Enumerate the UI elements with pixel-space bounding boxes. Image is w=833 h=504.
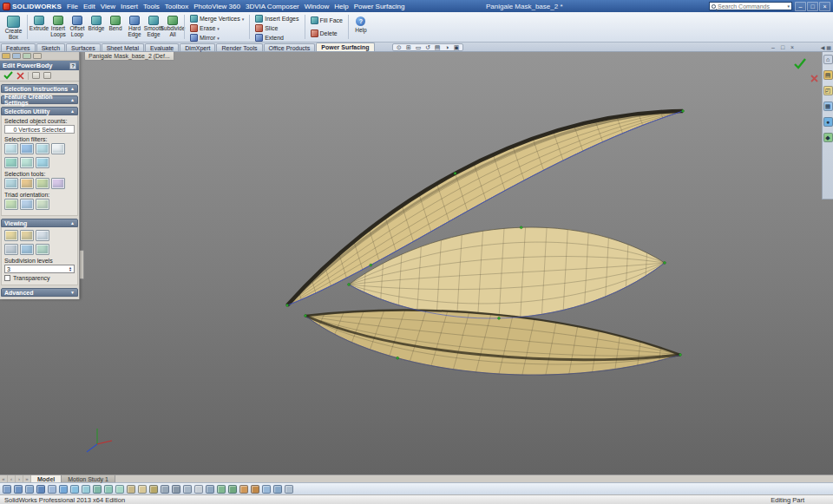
selection-filter-icon[interactable] [36, 143, 49, 154]
ribbon-button[interactable]: Offset Loop [68, 13, 87, 41]
command-tab[interactable]: Office Products [264, 43, 316, 51]
filter-toolbar-icon[interactable] [14, 485, 23, 494]
selection-filter-icon[interactable] [51, 143, 65, 154]
ribbon-menu-button[interactable]: Erase ▾ [188, 23, 246, 33]
selection-filter-icon[interactable] [20, 143, 34, 154]
ribbon-menu-button[interactable]: Insert Edges [253, 14, 300, 23]
command-tab[interactable]: Sheet Metal [102, 43, 144, 51]
dropdown-chevron-icon[interactable]: ▾ [242, 16, 245, 22]
spinner-arrows-icon[interactable]: ▲▼ [69, 266, 72, 272]
tab-nav-arrow-icon[interactable]: » [23, 475, 31, 482]
document-tab[interactable]: Panigale Mask_base_2 (Def... [84, 52, 174, 61]
section-feature-creation-settings[interactable]: Feature Creation Settings ▲ [1, 95, 78, 104]
filter-toolbar-icon[interactable] [115, 485, 124, 494]
filter-toolbar-icon[interactable] [183, 485, 192, 494]
selection-tool-icon[interactable] [51, 178, 65, 189]
search-input[interactable] [718, 3, 785, 10]
triad-orientation-icon[interactable] [20, 199, 34, 210]
tab-nav-arrow-icon[interactable]: ‹ [8, 475, 16, 482]
dropdown-chevron-icon[interactable]: ▾ [217, 26, 220, 31]
menu-item[interactable]: 3DVIA Composer [243, 3, 302, 10]
filter-toolbar-icon[interactable] [285, 485, 293, 494]
confirm-cancel-button[interactable] [810, 71, 819, 87]
graphics-area[interactable]: Panigale Mask_base_2 (Def... ⌂▤◰▦●◆ Edit… [0, 52, 833, 475]
task-pane-tab-icon[interactable]: ● [823, 117, 833, 127]
panigale-mask-3d-model[interactable] [0, 52, 833, 475]
property-manager-tab-icon[interactable] [23, 53, 31, 59]
filter-toolbar-icon[interactable] [70, 485, 79, 494]
filter-toolbar-icon[interactable] [59, 485, 68, 494]
selection-filter-icon[interactable] [4, 157, 18, 168]
ribbon-menu-button[interactable]: Mirror ▾ [188, 33, 246, 43]
property-manager-tab-icon[interactable] [33, 53, 42, 59]
filter-toolbar-icon[interactable] [104, 485, 113, 494]
view-tool-icon[interactable]: ⊙ [395, 44, 403, 51]
search-box[interactable]: ▾ [709, 2, 792, 10]
cancel-button[interactable] [16, 72, 24, 80]
menu-item[interactable]: Tools [141, 3, 162, 10]
command-tab[interactable]: Evaluate [145, 43, 179, 51]
filter-toolbar-icon[interactable] [251, 485, 259, 494]
viewing-mode-icon[interactable] [20, 244, 34, 255]
model-tab[interactable]: Model [31, 475, 62, 482]
ribbon-menu-button[interactable]: Extend [253, 33, 300, 43]
section-selection-instructions[interactable]: Selection Instructions ▲ [1, 84, 78, 93]
view-tool-icon[interactable]: ⊞ [404, 44, 413, 51]
viewing-mode-icon[interactable] [4, 244, 18, 255]
filter-toolbar-icon[interactable] [25, 485, 34, 494]
section-selection-utility[interactable]: Selection Utility ▲ [1, 107, 78, 115]
task-pane-collapse[interactable]: ◀▦ [821, 44, 831, 50]
view-tool-icon[interactable]: ▣ [452, 44, 461, 51]
filter-toolbar-icon[interactable] [3, 485, 11, 494]
filter-toolbar-icon[interactable] [138, 485, 147, 494]
selection-filter-icon[interactable] [20, 157, 34, 168]
subdivision-levels-input[interactable]: 3 ▲▼ [4, 265, 75, 273]
ribbon-menu-button[interactable]: Slice [253, 23, 300, 33]
filter-toolbar-icon[interactable] [217, 485, 226, 494]
menu-item[interactable]: Insert [118, 3, 141, 10]
minimize-button[interactable]: – [795, 2, 806, 11]
filter-toolbar-icon[interactable] [206, 485, 214, 494]
ribbon-menu-button[interactable]: Delete [309, 29, 344, 38]
selection-filter-icon[interactable] [4, 143, 18, 154]
tab-nav-arrow-icon[interactable]: « [0, 475, 8, 482]
triad-orientation-icon[interactable] [4, 199, 18, 210]
close-button[interactable]: × [819, 2, 830, 11]
help-button[interactable]: ? Help [351, 13, 371, 41]
task-pane-tab-icon[interactable]: ▤ [823, 70, 833, 80]
menu-item[interactable]: PhotoView 360 [191, 3, 243, 10]
view-tool-icon[interactable]: ↺ [423, 44, 432, 51]
filter-toolbar-icon[interactable] [149, 485, 158, 494]
filter-toolbar-icon[interactable] [273, 485, 282, 494]
ribbon-button[interactable]: Insert Loops [49, 13, 68, 41]
filter-toolbar-icon[interactable] [161, 485, 169, 494]
menu-item[interactable]: Toolbox [162, 3, 192, 10]
preview-icon[interactable] [43, 72, 51, 79]
ribbon-button[interactable]: Hard Edge [125, 13, 144, 41]
viewing-mode-icon[interactable] [36, 244, 49, 255]
doc-close-button[interactable]: × [788, 44, 797, 50]
dropdown-chevron-icon[interactable]: ▾ [217, 36, 220, 41]
confirm-ok-button[interactable] [793, 57, 807, 73]
section-advanced[interactable]: Advanced ▼ [1, 288, 78, 297]
viewing-mode-icon[interactable] [4, 230, 18, 241]
menu-item[interactable]: Edit [81, 3, 98, 10]
task-pane-tab-icon[interactable]: ⌂ [823, 55, 833, 64]
menu-item[interactable]: View [98, 3, 118, 10]
filter-toolbar-icon[interactable] [82, 485, 90, 494]
property-manager-tab-icon[interactable] [2, 53, 10, 59]
panel-help-button[interactable]: ? [69, 62, 76, 69]
menu-item[interactable]: Window [302, 3, 331, 10]
menu-item[interactable]: File [64, 3, 81, 10]
section-viewing[interactable]: Viewing ▲ [1, 219, 78, 227]
selection-tool-icon[interactable] [4, 178, 18, 189]
ribbon-button[interactable]: Subdivide All [163, 13, 182, 41]
command-tab[interactable]: DimXpert [180, 43, 215, 51]
tab-nav-arrow-icon[interactable]: › [16, 475, 23, 482]
filter-toolbar-icon[interactable] [127, 485, 135, 494]
ribbon-button[interactable]: Extrude [30, 13, 49, 41]
task-pane-tab-icon[interactable]: ◰ [823, 86, 833, 95]
menu-item[interactable]: Help [331, 3, 351, 10]
doc-minimize-button[interactable]: – [769, 44, 777, 50]
ribbon-button[interactable]: Bend [106, 13, 125, 41]
